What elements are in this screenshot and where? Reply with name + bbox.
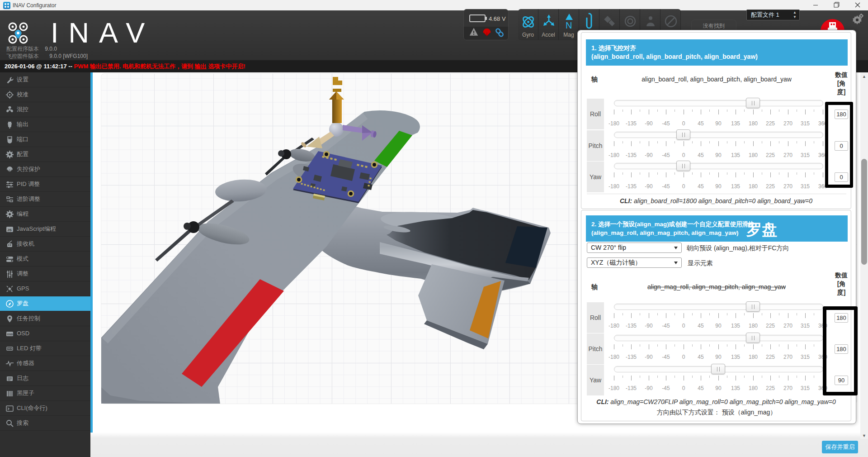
svg-text:OSD: OSD [7,333,14,336]
svg-text:JS: JS [7,228,12,232]
svg-text:N: N [566,20,572,30]
